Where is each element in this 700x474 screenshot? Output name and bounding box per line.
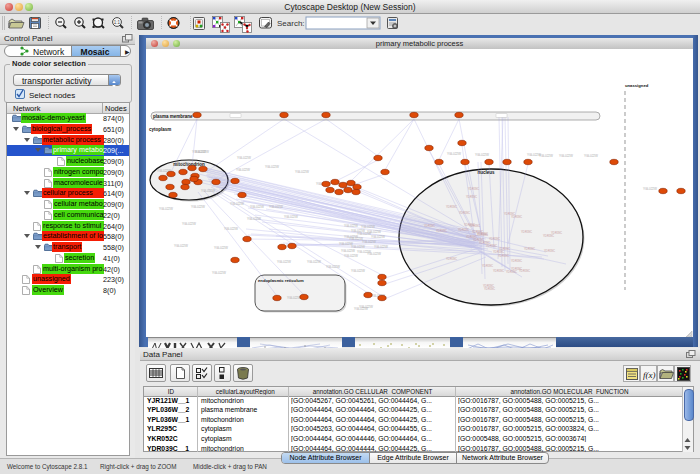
- svg-text:YDR39C: YDR39C: [446, 205, 457, 209]
- svg-text:YGL022W: YGL022W: [344, 254, 358, 258]
- svg-text:YGL022W: YGL022W: [374, 245, 388, 249]
- svg-text:YDR39C: YDR39C: [486, 244, 497, 248]
- svg-text:YGL022W: YGL022W: [195, 150, 209, 154]
- svg-text:YGL022W: YGL022W: [277, 260, 291, 264]
- svg-text:YDR39C: YDR39C: [436, 229, 447, 233]
- svg-text:YDR39C: YDR39C: [458, 228, 469, 232]
- svg-text:YGL022W: YGL022W: [175, 162, 189, 166]
- svg-text:YGL022W: YGL022W: [307, 260, 321, 264]
- svg-text:YDR39C: YDR39C: [459, 211, 470, 215]
- svg-text:YDR39C: YDR39C: [482, 264, 493, 268]
- svg-text:YDR39C: YDR39C: [521, 230, 532, 234]
- svg-text:YGL022W: YGL022W: [643, 187, 657, 191]
- svg-text:YGL022W: YGL022W: [349, 237, 363, 241]
- svg-text:YGL022W: YGL022W: [250, 205, 264, 209]
- svg-text:f(x): f(x): [643, 370, 656, 380]
- svg-text:YDR39C: YDR39C: [424, 224, 435, 228]
- svg-text:1:1: 1:1: [114, 20, 121, 25]
- svg-text:unassigned: unassigned: [625, 83, 649, 88]
- svg-text:YGL022W: YGL022W: [201, 189, 215, 193]
- svg-text:YGL022W: YGL022W: [559, 154, 573, 158]
- svg-text:YGL022W: YGL022W: [447, 152, 461, 156]
- svg-text:YGL022W: YGL022W: [265, 165, 279, 169]
- svg-text:YGL022W: YGL022W: [371, 235, 385, 239]
- svg-text:YGL022W: YGL022W: [191, 205, 205, 209]
- svg-text:YGL022W: YGL022W: [224, 227, 238, 231]
- svg-text:YGL022W: YGL022W: [359, 305, 373, 309]
- svg-text:YDR39C: YDR39C: [524, 247, 535, 251]
- svg-text:YDR39C: YDR39C: [468, 187, 479, 191]
- svg-text:YDR39C: YDR39C: [489, 237, 500, 241]
- svg-text:YGL022W: YGL022W: [247, 217, 261, 221]
- svg-text:YGL022W: YGL022W: [326, 265, 340, 269]
- svg-text:YDR39C: YDR39C: [543, 234, 554, 238]
- svg-text:YGL022W: YGL022W: [295, 170, 309, 174]
- svg-text:YGL022W: YGL022W: [475, 153, 489, 157]
- svg-text:nucleus: nucleus: [477, 170, 495, 175]
- svg-text:YDR39C: YDR39C: [477, 233, 488, 237]
- svg-text:YGL022W: YGL022W: [212, 271, 226, 275]
- svg-text:YDR39C: YDR39C: [511, 215, 522, 219]
- svg-text:cytoplasm: cytoplasm: [149, 127, 171, 132]
- svg-text:YDR39C: YDR39C: [519, 269, 530, 273]
- svg-text:YDR39C: YDR39C: [466, 195, 477, 199]
- svg-text:YDR39C: YDR39C: [446, 257, 457, 261]
- svg-text:YGL022W: YGL022W: [357, 232, 371, 236]
- svg-text:YGL022W: YGL022W: [584, 154, 598, 158]
- svg-text:YDR39C: YDR39C: [544, 249, 555, 253]
- svg-text:YGL022W: YGL022W: [344, 224, 358, 228]
- svg-text:YGL022W: YGL022W: [236, 168, 250, 172]
- svg-text:Search:: Search:: [277, 19, 305, 28]
- svg-text:YGL022W: YGL022W: [287, 296, 301, 300]
- svg-text:YGL022W: YGL022W: [539, 154, 553, 158]
- svg-text:YDR39C: YDR39C: [506, 270, 517, 274]
- svg-text:YDR39C: YDR39C: [484, 287, 495, 291]
- svg-text:YDR39C: YDR39C: [464, 223, 475, 227]
- svg-text:YGL022W: YGL022W: [362, 240, 376, 244]
- svg-text:YGL022W: YGL022W: [269, 205, 283, 209]
- svg-text:YGL022W: YGL022W: [341, 249, 355, 253]
- svg-text:YGL022W: YGL022W: [159, 207, 173, 211]
- svg-text:YDR39C: YDR39C: [498, 254, 509, 258]
- svg-text:YGL022W: YGL022W: [214, 246, 228, 250]
- svg-text:YGL022W: YGL022W: [361, 225, 375, 229]
- svg-text:YGL022W: YGL022W: [367, 252, 381, 256]
- svg-text:YGL022W: YGL022W: [237, 156, 251, 160]
- svg-text:YGL022W: YGL022W: [284, 215, 298, 219]
- svg-text:YGL022W: YGL022W: [174, 244, 188, 248]
- svg-text:YGL022W: YGL022W: [351, 269, 365, 273]
- svg-text:YGL022W: YGL022W: [182, 222, 196, 226]
- svg-text:YDR39C: YDR39C: [511, 259, 522, 263]
- svg-text:plasma membrane: plasma membrane: [153, 114, 193, 119]
- svg-text:YGL022W: YGL022W: [230, 202, 244, 206]
- svg-text:YDR39C: YDR39C: [493, 269, 504, 273]
